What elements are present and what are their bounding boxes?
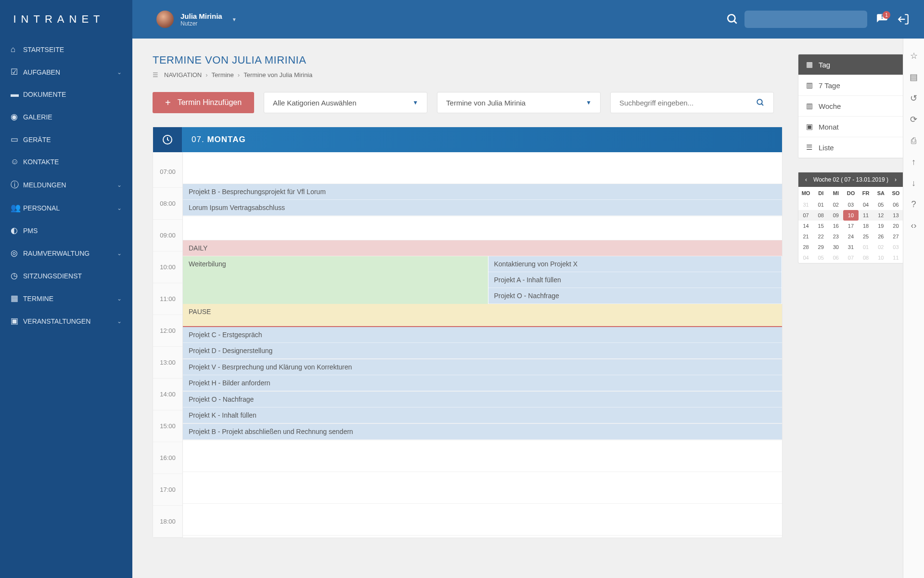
sidebar-item-galerie[interactable]: ◉GALERIE [0, 105, 132, 128]
sidebar-item-pms[interactable]: ◐PMS [0, 219, 132, 242]
logout-icon[interactable] [897, 13, 910, 26]
mini-cal-day[interactable]: 16 [828, 221, 843, 231]
help-icon[interactable]: ? [903, 194, 924, 215]
event-item[interactable]: Projekt H - Bilder anfordern [183, 375, 782, 391]
event-item[interactable]: Projekt C - Erstgespräch [183, 327, 782, 343]
mini-cal-day[interactable]: 31 [798, 199, 813, 210]
sidebar-item-raumverwaltung[interactable]: ◎RAUMVERWALTUNG⌄ [0, 242, 132, 264]
mini-cal-day[interactable]: 10 [873, 252, 888, 263]
sidebar-item-veranstaltungen[interactable]: ▣VERANSTALTUNGEN⌄ [0, 310, 132, 332]
star-icon[interactable]: ☆ [903, 45, 924, 66]
mini-cal-day[interactable]: 05 [813, 252, 828, 263]
mini-cal-day[interactable]: 15 [813, 221, 828, 231]
event-item[interactable]: Projekt O - Nachfrage [183, 392, 782, 407]
mini-cal-day[interactable]: 26 [873, 231, 888, 242]
sidebar-item-kontakte[interactable]: ☺KONTAKTE [0, 151, 132, 173]
event-item[interactable]: Projekt K - Inhalt füllen [183, 407, 782, 423]
arrow-down-icon[interactable]: ↓ [903, 172, 924, 194]
book-icon[interactable]: ▤ [903, 66, 924, 88]
view-tab-monat[interactable]: ▣Monat [798, 117, 903, 137]
event-item[interactable]: DAILY [183, 240, 782, 256]
calendar-search-input[interactable] [610, 92, 774, 113]
event-item[interactable]: PAUSE [183, 304, 782, 327]
time-label: 17:00 [153, 474, 182, 506]
mini-cal-day[interactable]: 08 [859, 252, 873, 263]
mini-cal-day[interactable]: 08 [813, 210, 828, 221]
sidebar-item-sitzungsdienst[interactable]: ◷SITZUNGSDIENST [0, 264, 132, 287]
event-item[interactable]: Projekt B - Besprechungsprojekt für Vfl … [183, 184, 782, 200]
mini-cal-day[interactable]: 09 [828, 210, 843, 221]
mini-cal-day[interactable]: 06 [828, 252, 843, 263]
mini-cal-day[interactable]: 07 [798, 210, 813, 221]
mini-cal-day[interactable]: 04 [798, 252, 813, 263]
mini-cal-day[interactable]: 10 [843, 210, 858, 221]
mini-cal-day[interactable]: 28 [798, 242, 813, 252]
arrow-up-icon[interactable]: ↑ [903, 151, 924, 172]
category-filter-dropdown[interactable]: Alle Katigorien Auswählen ▼ [264, 92, 427, 113]
mini-cal-day[interactable]: 23 [828, 231, 843, 242]
refresh-icon[interactable]: ⟳ [903, 109, 924, 130]
event-item[interactable]: Projekt A - Inhalt füllen [488, 272, 782, 288]
mini-cal-day[interactable]: 19 [873, 221, 888, 231]
notif-badge: 1 [883, 11, 890, 19]
mini-cal-day[interactable]: 13 [888, 210, 903, 221]
event-item[interactable]: Projekt D - Designerstellung [183, 343, 782, 359]
user-menu[interactable]: Julia Mirinia Nutzer ▼ [156, 11, 237, 28]
add-appointment-button[interactable]: +Termin Hinzufügen [153, 92, 254, 113]
mini-cal-day[interactable]: 04 [859, 199, 873, 210]
mini-cal-day[interactable]: 31 [843, 242, 858, 252]
mini-cal-day[interactable]: 02 [873, 242, 888, 252]
mini-cal-day[interactable]: 01 [859, 242, 873, 252]
event-item[interactable]: Projekt O - Nachfrage [488, 288, 782, 304]
mini-cal-day[interactable]: 03 [888, 242, 903, 252]
messages-icon[interactable]: ! 1 [876, 13, 888, 26]
view-tab-tag[interactable]: ▦Tag [798, 54, 903, 75]
sidebar-item-dokumente[interactable]: ▬DOKUMENTE [0, 83, 132, 105]
mini-cal-day[interactable]: 11 [888, 252, 903, 263]
mini-cal-day[interactable]: 12 [873, 210, 888, 221]
view-tab-woche[interactable]: ▥Woche [798, 96, 903, 117]
sidebar-item-meldungen[interactable]: ⓘMELDUNGEN⌄ [0, 173, 132, 197]
mini-cal-day[interactable]: 02 [828, 199, 843, 210]
mini-cal-day[interactable]: 06 [888, 199, 903, 210]
event-item[interactable]: Weiterbilung [183, 256, 488, 304]
sidebar-item-startseite[interactable]: ⌂STARTSEITE [0, 39, 132, 61]
prev-week-button[interactable]: ‹ [803, 176, 809, 183]
mini-cal-day[interactable]: 18 [859, 221, 873, 231]
mini-cal-day[interactable]: 05 [873, 199, 888, 210]
view-tab-7-tage[interactable]: ▥7 Tage [798, 75, 903, 96]
mini-cal-day[interactable]: 07 [843, 252, 858, 263]
code-icon[interactable]: ‹› [903, 215, 924, 236]
sidebar-item-termine[interactable]: ▦TERMINE⌄ [0, 287, 132, 310]
mini-cal-day[interactable]: 03 [843, 199, 858, 210]
mini-cal-day[interactable]: 30 [828, 242, 843, 252]
sidebar-item-personal[interactable]: 👥PERSONAL⌄ [0, 197, 132, 219]
view-tab-liste[interactable]: ☰Liste [798, 137, 903, 158]
search-icon[interactable] [726, 13, 739, 26]
sidebar-item-aufgaben[interactable]: ☑AUFGABEN⌄ [0, 61, 132, 83]
mini-cal-day[interactable]: 14 [798, 221, 813, 231]
mini-cal-day[interactable]: 17 [843, 221, 858, 231]
event-item[interactable]: Lorum Ipsum Vertragsabschluss [183, 200, 782, 216]
mini-cal-day[interactable]: 20 [888, 221, 903, 231]
event-item[interactable]: Kontaktierung von Projekt X [488, 256, 782, 272]
menu-icon[interactable]: ☰ [153, 71, 158, 79]
mini-cal-day[interactable]: 29 [813, 242, 828, 252]
mini-cal-day[interactable]: 25 [859, 231, 873, 242]
mini-cal-day[interactable]: 24 [843, 231, 858, 242]
mini-cal-day[interactable]: 22 [813, 231, 828, 242]
mini-cal-day[interactable]: 11 [859, 210, 873, 221]
sidebar-item-geräte[interactable]: ▭GERÄTE [0, 128, 132, 151]
view-filter-dropdown[interactable]: Termine von Julia Mirinia ▼ [437, 92, 601, 113]
mini-cal-day[interactable]: 27 [888, 231, 903, 242]
header-search-input[interactable] [744, 11, 867, 28]
history-icon[interactable]: ↺ [903, 88, 924, 109]
search-input[interactable] [619, 99, 756, 107]
print-icon[interactable]: ⎙ [903, 130, 924, 151]
mini-cal-day[interactable]: 01 [813, 199, 828, 210]
mini-cal-day[interactable]: 21 [798, 231, 813, 242]
view-icon: ☰ [806, 143, 819, 152]
event-item[interactable]: Projekt V - Besrprechung und Klärung von… [183, 359, 782, 375]
next-week-button[interactable]: › [893, 176, 898, 183]
event-item[interactable]: Projekt B - Projekt abschließen und Rech… [183, 424, 782, 440]
